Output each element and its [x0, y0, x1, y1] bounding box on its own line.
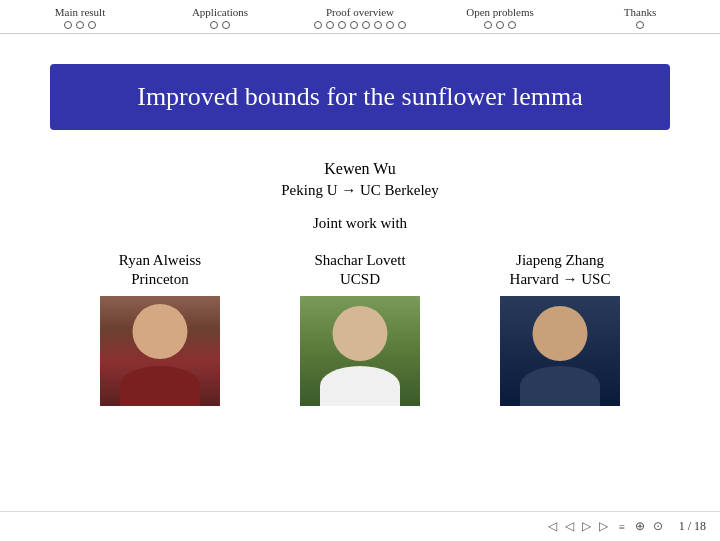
collaborator-ryan: Ryan Alweiss Princeton	[70, 252, 250, 406]
nav-label-0: Main result	[55, 6, 105, 18]
nav-dot-2-2[interactable]	[338, 21, 346, 29]
nav-section-thanks[interactable]: Thanks	[570, 6, 710, 29]
nav-bar: Main resultApplicationsProof overviewOpe…	[0, 0, 720, 34]
nav-left2-icon[interactable]: ◁	[563, 518, 576, 535]
nav-dot-4-0[interactable]	[636, 21, 644, 29]
nav-dot-2-3[interactable]	[350, 21, 358, 29]
nav-label-2: Proof overview	[326, 6, 394, 18]
nav-dots-4	[636, 21, 644, 29]
collab-affil-ryan: Princeton	[131, 271, 189, 288]
collab-photo-ryan	[100, 296, 220, 406]
main-author-affil: Peking U → UC Berkeley	[50, 182, 670, 199]
joint-work-label: Joint work with	[50, 215, 670, 232]
nav-dots-0	[64, 21, 96, 29]
nav-dot-3-2[interactable]	[508, 21, 516, 29]
nav-dot-1-0[interactable]	[210, 21, 218, 29]
zoom-icon[interactable]: ⊕	[633, 518, 647, 535]
nav-dots-1	[210, 21, 230, 29]
bottom-bar: ◁ ◁ ▷ ▷ ≡ ⊕ ⊙ 1 / 18	[0, 511, 720, 541]
nav-label-3: Open problems	[466, 6, 534, 18]
title-box: Improved bounds for the sunflower lemma	[50, 64, 670, 130]
nav-dot-3-1[interactable]	[496, 21, 504, 29]
nav-dot-2-4[interactable]	[362, 21, 370, 29]
collab-photo-jiapeng	[500, 296, 620, 406]
nav-dots-2	[314, 21, 406, 29]
collaborators-list: Ryan Alweiss Princeton Shachar Lovett UC…	[50, 252, 670, 406]
nav-dot-0-0[interactable]	[64, 21, 72, 29]
nav-left-icon[interactable]: ◁	[546, 518, 559, 535]
nav-label-1: Applications	[192, 6, 248, 18]
nav-right2-icon[interactable]: ▷	[597, 518, 610, 535]
collab-photo-shachar	[300, 296, 420, 406]
nav-controls: ◁ ◁ ▷ ▷ ≡ ⊕ ⊙	[546, 518, 664, 535]
nav-dots-3	[484, 21, 516, 29]
menu-icon[interactable]: ⊙	[651, 518, 665, 535]
nav-section-applications[interactable]: Applications	[150, 6, 290, 29]
nav-section-main-result[interactable]: Main result	[10, 6, 150, 29]
nav-dot-0-1[interactable]	[76, 21, 84, 29]
nav-dot-2-1[interactable]	[326, 21, 334, 29]
slide-title: Improved bounds for the sunflower lemma	[80, 82, 640, 112]
main-content: Improved bounds for the sunflower lemma …	[0, 34, 720, 426]
page-number: 1 / 18	[679, 519, 706, 534]
nav-dot-2-7[interactable]	[398, 21, 406, 29]
nav-right-icon[interactable]: ▷	[580, 518, 593, 535]
main-author-name: Kewen Wu	[50, 160, 670, 178]
nav-section-open-problems[interactable]: Open problems	[430, 6, 570, 29]
authors-section: Kewen Wu Peking U → UC Berkeley Joint wo…	[50, 160, 670, 232]
collab-name-shachar: Shachar Lovett	[314, 252, 405, 269]
collaborator-jiapeng: Jiapeng Zhang Harvard → USC	[470, 252, 650, 406]
nav-dot-2-0[interactable]	[314, 21, 322, 29]
nav-dot-0-2[interactable]	[88, 21, 96, 29]
collaborator-shachar: Shachar Lovett UCSD	[270, 252, 450, 406]
nav-dot-1-1[interactable]	[222, 21, 230, 29]
collab-affil-jiapeng: Harvard → USC	[510, 271, 611, 288]
divider-icon: ≡	[618, 521, 624, 533]
nav-dot-3-0[interactable]	[484, 21, 492, 29]
nav-section-proof-overview[interactable]: Proof overview	[290, 6, 430, 29]
collab-name-jiapeng: Jiapeng Zhang	[516, 252, 604, 269]
nav-dot-2-6[interactable]	[386, 21, 394, 29]
collab-name-ryan: Ryan Alweiss	[119, 252, 201, 269]
nav-dot-2-5[interactable]	[374, 21, 382, 29]
nav-label-4: Thanks	[624, 6, 656, 18]
collab-affil-shachar: UCSD	[340, 271, 380, 288]
